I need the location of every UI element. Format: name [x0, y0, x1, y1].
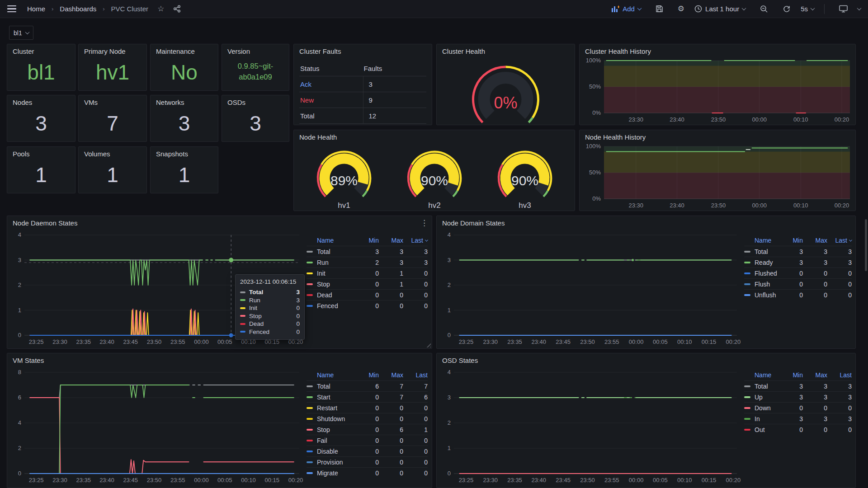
svg-text:23:40: 23:40: [670, 116, 684, 123]
node-domain-states-chart[interactable]: 0123423:2523:3023:3523:4023:4523:5023:55…: [440, 231, 741, 346]
monitor-icon-svg: [839, 5, 848, 13]
vm-states-chart[interactable]: 0246823:2523:3023:3523:4023:4523:5023:55…: [11, 369, 303, 484]
refresh-icon[interactable]: [783, 5, 791, 13]
panel-title[interactable]: Node Health: [294, 130, 575, 144]
svg-text:23:35: 23:35: [76, 477, 91, 483]
panel-menu-icon[interactable]: ⋮: [420, 218, 428, 228]
legend-row[interactable]: Up333: [744, 391, 852, 402]
legend-row[interactable]: Init010: [307, 267, 428, 278]
legend-header[interactable]: NameMinMaxLast: [307, 370, 428, 380]
tooltip-row: Fenced0: [240, 328, 300, 336]
panel-title[interactable]: Maintenance: [151, 44, 218, 58]
legend-row[interactable]: Provision000: [307, 456, 428, 467]
save-icon[interactable]: [656, 5, 663, 13]
legend-row[interactable]: Stop010: [307, 278, 428, 289]
panel-title[interactable]: Cluster: [7, 44, 75, 58]
osd-states-chart[interactable]: 0123423:2523:3023:3523:4023:4523:5023:55…: [440, 369, 741, 484]
svg-text:3: 3: [448, 257, 451, 263]
breadcrumb-home[interactable]: Home: [27, 5, 45, 13]
add-button[interactable]: Add: [612, 5, 641, 13]
share-icon[interactable]: [173, 5, 181, 13]
panel-title[interactable]: Snapshots: [151, 147, 218, 161]
legend-row[interactable]: Unflush000: [744, 289, 852, 300]
legend-row[interactable]: Shutdown000: [307, 413, 428, 424]
svg-text:4: 4: [18, 231, 21, 238]
panel-title[interactable]: Cluster Health History: [580, 44, 855, 58]
stat-value: 1: [151, 161, 218, 193]
node-health-history-chart[interactable]: 0%50%100%23:3023:4023:5000:0000:1000:20: [582, 143, 854, 210]
panel-cluster-faults: Cluster Faults StatusFaults Ack3New9Tota…: [293, 44, 432, 125]
legend-row[interactable]: Fail000: [307, 435, 428, 446]
variable-dropdown[interactable]: bl1: [9, 26, 33, 40]
panel-title[interactable]: Networks: [151, 95, 218, 109]
svg-text:23:30: 23:30: [483, 477, 498, 483]
panel-pools: Pools 1: [7, 146, 75, 193]
divider: [824, 4, 825, 14]
svg-text:00:10: 00:10: [241, 477, 256, 483]
panel-title[interactable]: Pools: [7, 147, 75, 161]
panel-version: Version 0.9.85~git-ab0a1e09: [222, 44, 289, 91]
legend-row[interactable]: Disable000: [307, 446, 428, 456]
share-icon-svg: [173, 5, 181, 13]
time-range-picker[interactable]: Last 1 hour: [694, 5, 745, 13]
faults-table-header[interactable]: StatusFaults: [299, 61, 426, 76]
legend-row[interactable]: Dead000: [307, 289, 428, 300]
legend-row[interactable]: Ready333: [744, 257, 852, 267]
legend-row[interactable]: Restart000: [307, 402, 428, 413]
svg-text:90%: 90%: [420, 173, 448, 188]
chevron-down-icon[interactable]: [857, 6, 862, 10]
legend-header[interactable]: NameMinMaxLast: [744, 235, 852, 246]
panel-title[interactable]: Cluster Faults: [294, 44, 432, 58]
panel-title[interactable]: OSDs: [222, 95, 289, 109]
legend-row[interactable]: Flush000: [744, 278, 852, 289]
node-daemon-states-legend[interactable]: NameMinMaxLastTotal333Run233Init010Stop0…: [307, 235, 428, 311]
panel-title[interactable]: Nodes: [7, 95, 75, 109]
legend-row[interactable]: Run233: [307, 257, 428, 267]
svg-text:23:30: 23:30: [628, 202, 643, 209]
legend-row[interactable]: Total333: [744, 380, 852, 391]
panel-title[interactable]: VMs: [79, 95, 146, 109]
stat-value: 3: [7, 109, 75, 141]
kiosk-monitor-icon[interactable]: [839, 5, 848, 13]
legend-row[interactable]: Stop061: [307, 424, 428, 435]
svg-text:23:50: 23:50: [147, 338, 162, 345]
legend-row[interactable]: Total333: [744, 246, 852, 257]
node-domain-states-legend[interactable]: NameMinMaxLastTotal333Ready333Flushed000…: [744, 235, 852, 300]
settings-gear-icon[interactable]: ⚙: [678, 4, 684, 14]
svg-text:23:55: 23:55: [604, 477, 619, 483]
legend-row[interactable]: Fenced000: [307, 300, 428, 311]
osd-states-legend[interactable]: NameMinMaxLastTotal333Up333Down000In333O…: [744, 370, 852, 435]
legend-row[interactable]: Flushed000: [744, 267, 852, 278]
vm-states-legend[interactable]: NameMinMaxLastTotal677Start076Restart000…: [307, 370, 428, 478]
legend-header[interactable]: NameMinMaxLast: [307, 235, 428, 246]
svg-text:8: 8: [18, 369, 21, 375]
legend-row[interactable]: Total333: [307, 246, 428, 257]
legend-row[interactable]: Migrate000: [307, 467, 428, 478]
legend-row[interactable]: Down000: [744, 402, 852, 413]
panel-title[interactable]: Volumes: [79, 147, 146, 161]
resize-handle[interactable]: [425, 342, 431, 347]
scrollbar[interactable]: [865, 219, 867, 271]
panel-title[interactable]: OSD States: [437, 353, 855, 367]
legend-row[interactable]: In333: [744, 413, 852, 424]
refresh-interval-dropdown[interactable]: 5s: [801, 5, 814, 13]
breadcrumb-dashboards[interactable]: Dashboards: [60, 5, 96, 13]
panel-title[interactable]: Node Domain States: [437, 216, 855, 230]
panel-title[interactable]: Node Health History: [580, 130, 855, 144]
cluster-health-history-chart[interactable]: 0%50%100%23:3023:4023:5000:0000:1000:20: [582, 57, 854, 124]
chart-tooltip: 2023-12-11 00:06:15 Total3Run3Init0Stop0…: [235, 274, 305, 340]
svg-text:3: 3: [448, 394, 451, 401]
panel-title[interactable]: Node Daemon States: [7, 216, 432, 230]
legend-row[interactable]: Start076: [307, 391, 428, 402]
panel-title[interactable]: Primary Node: [79, 44, 146, 58]
svg-text:00:10: 00:10: [793, 116, 808, 123]
menu-icon[interactable]: [7, 5, 16, 13]
panel-title[interactable]: Version: [222, 44, 289, 58]
legend-row[interactable]: Out000: [744, 424, 852, 435]
zoom-out-icon[interactable]: [760, 5, 768, 13]
legend-header[interactable]: NameMinMaxLast: [744, 370, 852, 380]
legend-row[interactable]: Total677: [307, 380, 428, 391]
star-icon[interactable]: ☆: [157, 4, 164, 14]
panel-title[interactable]: VM States: [7, 353, 432, 367]
faults-row: Total12: [299, 108, 426, 124]
